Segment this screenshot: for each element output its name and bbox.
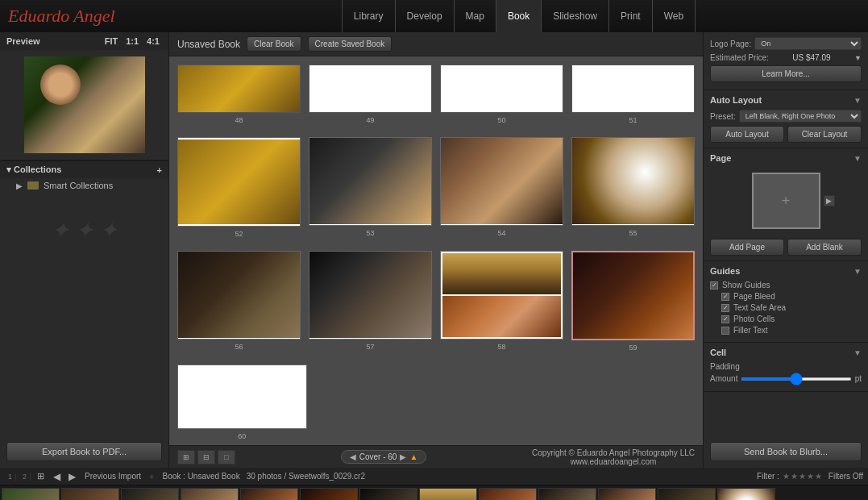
filmstrip-prev-arrow[interactable]: ◀ xyxy=(51,471,63,482)
page-indicator[interactable]: ◀ Cover - 60 ▶ ▲ xyxy=(341,450,427,464)
prev-page-arrow[interactable]: ◀ xyxy=(350,452,356,461)
thumb-13[interactable]: ⊞★★★ xyxy=(717,488,775,500)
left-panel: Preview FIT 1:1 4:1 ▾ Collections + ▶ xyxy=(0,32,169,468)
page-spread-49[interactable] xyxy=(309,65,432,113)
filler-text-checkbox[interactable] xyxy=(721,327,729,335)
learn-more-button[interactable]: Learn More... xyxy=(710,65,862,82)
page-bleed-checkbox[interactable] xyxy=(721,293,729,301)
thumb-3[interactable]: ⊞★★★ xyxy=(121,488,179,500)
show-guides-checkbox[interactable] xyxy=(710,281,718,290)
photo-cell-57[interactable] xyxy=(309,252,431,338)
page-spread-53[interactable] xyxy=(309,137,432,226)
filmstrip-next-arrow[interactable]: ▶ xyxy=(66,471,78,482)
thumb-7[interactable]: ⊞★★★ xyxy=(359,488,417,500)
photo-cell-48[interactable] xyxy=(178,65,300,112)
page-spread-56[interactable] xyxy=(177,251,301,340)
photo-cell-50[interactable] xyxy=(441,65,563,112)
page-number-60: 60 xyxy=(238,432,246,440)
photo-cells-checkbox[interactable] xyxy=(721,315,729,323)
photo-cell-54[interactable] xyxy=(441,138,563,224)
grid-thumb-toggle[interactable]: ⊞ xyxy=(34,471,48,481)
page-spread-52[interactable] xyxy=(177,137,301,227)
preview-header[interactable]: Preview FIT 1:1 4:1 xyxy=(0,32,168,50)
nav-print[interactable]: Print xyxy=(609,0,653,32)
thumb-9[interactable]: ⊞★★★ xyxy=(479,488,537,500)
add-collection-button[interactable]: + xyxy=(157,165,162,175)
preview-section: Preview FIT 1:1 4:1 xyxy=(0,32,168,160)
photo-cell-58a[interactable] xyxy=(442,253,561,294)
single-view-button[interactable]: □ xyxy=(218,450,235,465)
photo-cell-59[interactable] xyxy=(573,252,693,339)
page-spread-55[interactable] xyxy=(571,137,695,226)
page-spread-59[interactable] xyxy=(571,251,695,340)
strip-num-1[interactable]: 1 xyxy=(5,473,16,481)
page-preview-box[interactable]: ▶ xyxy=(752,173,820,229)
nav-map[interactable]: Map xyxy=(455,0,496,32)
show-guides-row: Show Guides xyxy=(710,281,862,290)
star-3[interactable]: ★ xyxy=(799,472,806,481)
photo-cell-53[interactable] xyxy=(309,138,431,224)
thumb-11[interactable]: ⊞★★★ xyxy=(598,488,656,500)
thumb-10[interactable]: ⊞★★★ xyxy=(538,488,596,500)
page-spread-48[interactable] xyxy=(177,65,301,113)
page-bleed-row: Page Bleed xyxy=(721,292,862,301)
collections-header[interactable]: ▾ Collections + xyxy=(0,160,168,178)
fit-button[interactable]: FIT xyxy=(102,35,121,47)
grid-view-button[interactable]: ⊞ xyxy=(177,450,195,465)
page-spread-50[interactable] xyxy=(440,65,563,113)
thumb-8[interactable]: ⊞★★★ xyxy=(419,488,477,500)
add-page-button[interactable]: Add Page xyxy=(710,239,784,256)
star-1[interactable]: ★ xyxy=(783,472,790,481)
strip-num-2[interactable]: 2 xyxy=(19,473,31,481)
spread-view-button[interactable]: ⊟ xyxy=(197,450,215,465)
decorative-watermark: ✦ ✦ ✦ xyxy=(0,193,168,268)
photo-cell-51[interactable] xyxy=(572,65,694,112)
four-to-one-button[interactable]: 4:1 xyxy=(144,35,162,47)
add-blank-button[interactable]: Add Blank xyxy=(787,239,862,256)
thumb-5[interactable]: ⊞★★★ xyxy=(240,488,298,500)
amount-slider[interactable] xyxy=(741,377,851,381)
preset-select[interactable]: Left Blank, Right One Photo xyxy=(739,110,862,123)
nav-web[interactable]: Web xyxy=(653,0,696,32)
thumb-4[interactable]: ⊞★★★ xyxy=(181,488,239,500)
page-spread-54[interactable] xyxy=(440,137,563,226)
book-row-1: 48 49 50 51 xyxy=(177,65,695,124)
clear-layout-button[interactable]: Clear Layout xyxy=(787,126,862,143)
book-row-3: 56 57 58 xyxy=(177,251,695,352)
main-layout: Preview FIT 1:1 4:1 ▾ Collections + ▶ xyxy=(0,32,868,468)
star-5[interactable]: ★ xyxy=(815,472,822,481)
send-book-button[interactable]: Send Book to Blurb... xyxy=(710,442,862,461)
star-2[interactable]: ★ xyxy=(791,472,798,481)
clear-book-button[interactable]: Clear Book xyxy=(247,36,301,52)
thumb-1[interactable]: ⊞★★★ xyxy=(2,488,60,500)
photo-cell-49[interactable] xyxy=(309,65,431,112)
next-page-arrow[interactable]: ▶ xyxy=(400,452,406,461)
photo-cell-58b[interactable] xyxy=(442,296,561,337)
export-book-button[interactable]: Export Book to PDF... xyxy=(6,442,162,461)
amount-unit: pt xyxy=(855,374,862,383)
page-spread-58[interactable] xyxy=(440,251,563,340)
nav-book[interactable]: Book xyxy=(496,0,542,32)
page-spread-57[interactable] xyxy=(309,251,432,340)
page-spread-60[interactable] xyxy=(177,365,307,429)
photo-cell-55[interactable] xyxy=(572,138,694,224)
logo-page-select[interactable]: OnOff xyxy=(754,37,862,50)
preview-image-area xyxy=(0,50,168,160)
page-nav-right[interactable]: ▶ xyxy=(824,195,835,206)
text-safe-checkbox[interactable] xyxy=(721,304,729,312)
logo-text: Eduardo Angel xyxy=(8,6,115,26)
auto-layout-button[interactable]: Auto Layout xyxy=(710,126,784,143)
thumb-2[interactable]: ⊞★★★ xyxy=(61,488,119,500)
nav-slideshow[interactable]: Slideshow xyxy=(542,0,609,32)
one-to-one-button[interactable]: 1:1 xyxy=(123,35,141,47)
photo-cell-56[interactable] xyxy=(178,252,300,338)
nav-library[interactable]: Library xyxy=(342,0,396,32)
nav-develop[interactable]: Develop xyxy=(396,0,455,32)
star-4[interactable]: ★ xyxy=(807,472,814,481)
smart-collections-item[interactable]: ▶ Smart Collections xyxy=(0,178,168,193)
thumb-6[interactable]: ⊞★★★ xyxy=(300,488,358,500)
photo-cell-52[interactable] xyxy=(178,140,300,224)
thumb-12[interactable]: ⊞★★★ xyxy=(658,488,716,500)
create-saved-book-button[interactable]: Create Saved Book xyxy=(308,36,392,52)
page-spread-51[interactable] xyxy=(571,65,695,113)
